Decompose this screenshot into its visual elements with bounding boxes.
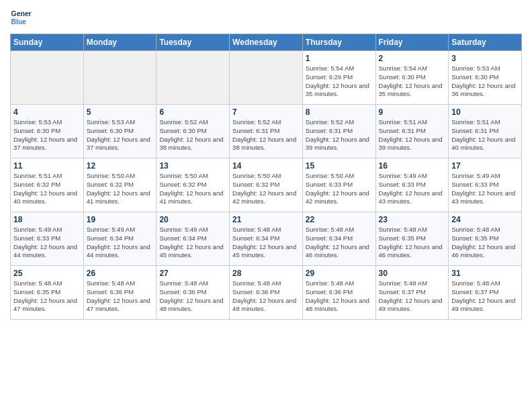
calendar-cell: 1Sunrise: 5:54 AMSunset: 6:29 PMDaylight… <box>302 51 375 105</box>
day-number: 23 <box>379 215 446 224</box>
day-info: Sunrise: 5:50 AMSunset: 6:32 PMDaylight:… <box>232 172 300 206</box>
calendar-week-row: 4Sunrise: 5:53 AMSunset: 6:30 PMDaylight… <box>11 105 522 158</box>
day-info: Sunrise: 5:48 AMSunset: 6:34 PMDaylight:… <box>306 226 373 260</box>
day-number: 25 <box>13 269 81 278</box>
day-number: 27 <box>159 269 226 278</box>
day-info: Sunrise: 5:49 AMSunset: 6:34 PMDaylight:… <box>159 226 226 260</box>
col-header-saturday: Saturday <box>449 34 522 51</box>
calendar-cell: 27Sunrise: 5:48 AMSunset: 6:36 PMDayligh… <box>157 266 230 320</box>
day-info: Sunrise: 5:53 AMSunset: 6:30 PMDaylight:… <box>451 64 519 99</box>
day-info: Sunrise: 5:48 AMSunset: 6:35 PMDaylight:… <box>379 226 446 260</box>
col-header-sunday: Sunday <box>11 34 84 51</box>
day-number: 7 <box>232 107 300 117</box>
calendar-cell: 24Sunrise: 5:48 AMSunset: 6:35 PMDayligh… <box>449 212 522 266</box>
day-info: Sunrise: 5:50 AMSunset: 6:33 PMDaylight:… <box>306 172 373 206</box>
calendar-cell: 9Sunrise: 5:51 AMSunset: 6:31 PMDaylight… <box>375 105 449 158</box>
day-info: Sunrise: 5:48 AMSunset: 6:35 PMDaylight:… <box>13 279 81 314</box>
day-number: 10 <box>451 107 519 117</box>
calendar-header-row: SundayMondayTuesdayWednesdayThursdayFrid… <box>11 34 522 51</box>
day-number: 28 <box>232 269 300 278</box>
calendar-cell: 29Sunrise: 5:48 AMSunset: 6:36 PMDayligh… <box>302 266 375 320</box>
day-number: 16 <box>379 161 446 171</box>
day-number: 15 <box>306 161 373 171</box>
calendar-cell: 3Sunrise: 5:53 AMSunset: 6:30 PMDaylight… <box>449 51 522 105</box>
calendar-cell: 28Sunrise: 5:48 AMSunset: 6:36 PMDayligh… <box>230 266 303 320</box>
day-number: 2 <box>379 54 446 63</box>
day-info: Sunrise: 5:49 AMSunset: 6:33 PMDaylight:… <box>451 172 519 206</box>
calendar-cell: 23Sunrise: 5:48 AMSunset: 6:35 PMDayligh… <box>375 212 449 266</box>
page-header: General Blue <box>10 7 522 28</box>
calendar-cell: 19Sunrise: 5:49 AMSunset: 6:34 PMDayligh… <box>83 212 157 266</box>
day-info: Sunrise: 5:48 AMSunset: 6:35 PMDaylight:… <box>451 226 519 260</box>
logo-icon: General Blue <box>10 7 32 28</box>
day-info: Sunrise: 5:49 AMSunset: 6:33 PMDaylight:… <box>13 226 81 260</box>
calendar-cell: 7Sunrise: 5:52 AMSunset: 6:31 PMDaylight… <box>230 105 303 158</box>
calendar-cell: 22Sunrise: 5:48 AMSunset: 6:34 PMDayligh… <box>302 212 375 266</box>
day-info: Sunrise: 5:53 AMSunset: 6:30 PMDaylight:… <box>87 118 154 152</box>
calendar-cell: 17Sunrise: 5:49 AMSunset: 6:33 PMDayligh… <box>449 158 522 212</box>
calendar-cell: 14Sunrise: 5:50 AMSunset: 6:32 PMDayligh… <box>230 158 303 212</box>
svg-text:Blue: Blue <box>11 18 27 26</box>
calendar-week-row: 25Sunrise: 5:48 AMSunset: 6:35 PMDayligh… <box>11 266 522 320</box>
day-number: 24 <box>451 215 519 224</box>
day-info: Sunrise: 5:50 AMSunset: 6:32 PMDaylight:… <box>159 172 226 206</box>
calendar-cell: 5Sunrise: 5:53 AMSunset: 6:30 PMDaylight… <box>83 105 157 158</box>
day-info: Sunrise: 5:50 AMSunset: 6:32 PMDaylight:… <box>87 172 154 206</box>
day-info: Sunrise: 5:48 AMSunset: 6:37 PMDaylight:… <box>379 279 446 314</box>
day-info: Sunrise: 5:48 AMSunset: 6:36 PMDaylight:… <box>306 279 373 314</box>
day-number: 11 <box>13 161 81 171</box>
calendar-cell: 8Sunrise: 5:52 AMSunset: 6:31 PMDaylight… <box>302 105 375 158</box>
calendar-cell: 21Sunrise: 5:48 AMSunset: 6:34 PMDayligh… <box>230 212 303 266</box>
day-info: Sunrise: 5:53 AMSunset: 6:30 PMDaylight:… <box>13 118 81 152</box>
calendar-cell: 30Sunrise: 5:48 AMSunset: 6:37 PMDayligh… <box>375 266 449 320</box>
col-header-wednesday: Wednesday <box>230 34 303 51</box>
day-number: 29 <box>306 269 373 278</box>
calendar-cell: 16Sunrise: 5:49 AMSunset: 6:33 PMDayligh… <box>375 158 449 212</box>
day-number: 18 <box>13 215 81 224</box>
day-number: 30 <box>379 269 446 278</box>
day-number: 19 <box>87 215 154 224</box>
col-header-thursday: Thursday <box>302 34 375 51</box>
day-number: 6 <box>159 107 226 117</box>
day-number: 5 <box>87 107 154 117</box>
calendar-cell: 31Sunrise: 5:48 AMSunset: 6:37 PMDayligh… <box>449 266 522 320</box>
calendar-cell <box>230 51 303 105</box>
calendar-cell: 15Sunrise: 5:50 AMSunset: 6:33 PMDayligh… <box>302 158 375 212</box>
calendar-cell: 11Sunrise: 5:51 AMSunset: 6:32 PMDayligh… <box>11 158 84 212</box>
day-info: Sunrise: 5:49 AMSunset: 6:34 PMDaylight:… <box>87 226 154 260</box>
day-info: Sunrise: 5:52 AMSunset: 6:31 PMDaylight:… <box>232 118 300 152</box>
calendar-cell: 26Sunrise: 5:48 AMSunset: 6:36 PMDayligh… <box>83 266 157 320</box>
day-number: 20 <box>159 215 226 224</box>
calendar-cell: 2Sunrise: 5:54 AMSunset: 6:30 PMDaylight… <box>375 51 449 105</box>
svg-text:General: General <box>11 10 32 17</box>
calendar-week-row: 11Sunrise: 5:51 AMSunset: 6:32 PMDayligh… <box>11 158 522 212</box>
day-info: Sunrise: 5:48 AMSunset: 6:36 PMDaylight:… <box>159 279 226 314</box>
calendar-cell: 13Sunrise: 5:50 AMSunset: 6:32 PMDayligh… <box>157 158 230 212</box>
day-number: 13 <box>159 161 226 171</box>
col-header-friday: Friday <box>375 34 449 51</box>
day-info: Sunrise: 5:52 AMSunset: 6:30 PMDaylight:… <box>159 118 226 152</box>
day-info: Sunrise: 5:51 AMSunset: 6:31 PMDaylight:… <box>379 118 446 152</box>
day-number: 14 <box>232 161 300 171</box>
calendar-cell: 12Sunrise: 5:50 AMSunset: 6:32 PMDayligh… <box>83 158 157 212</box>
day-number: 31 <box>451 269 519 278</box>
day-number: 3 <box>451 54 519 63</box>
calendar-cell <box>11 51 84 105</box>
calendar-cell: 6Sunrise: 5:52 AMSunset: 6:30 PMDaylight… <box>157 105 230 158</box>
day-info: Sunrise: 5:51 AMSunset: 6:32 PMDaylight:… <box>13 172 81 206</box>
calendar-week-row: 18Sunrise: 5:49 AMSunset: 6:33 PMDayligh… <box>11 212 522 266</box>
col-header-tuesday: Tuesday <box>157 34 230 51</box>
day-info: Sunrise: 5:54 AMSunset: 6:29 PMDaylight:… <box>306 64 373 99</box>
day-info: Sunrise: 5:54 AMSunset: 6:30 PMDaylight:… <box>379 64 446 99</box>
day-number: 22 <box>306 215 373 224</box>
day-number: 9 <box>379 107 446 117</box>
calendar-cell: 10Sunrise: 5:51 AMSunset: 6:31 PMDayligh… <box>449 105 522 158</box>
day-number: 21 <box>232 215 300 224</box>
day-info: Sunrise: 5:48 AMSunset: 6:37 PMDaylight:… <box>451 279 519 314</box>
calendar-table: SundayMondayTuesdayWednesdayThursdayFrid… <box>10 34 522 320</box>
calendar-week-row: 1Sunrise: 5:54 AMSunset: 6:29 PMDaylight… <box>11 51 522 105</box>
calendar-cell <box>83 51 157 105</box>
day-info: Sunrise: 5:48 AMSunset: 6:34 PMDaylight:… <box>232 226 300 260</box>
calendar-cell: 18Sunrise: 5:49 AMSunset: 6:33 PMDayligh… <box>11 212 84 266</box>
day-number: 17 <box>451 161 519 171</box>
